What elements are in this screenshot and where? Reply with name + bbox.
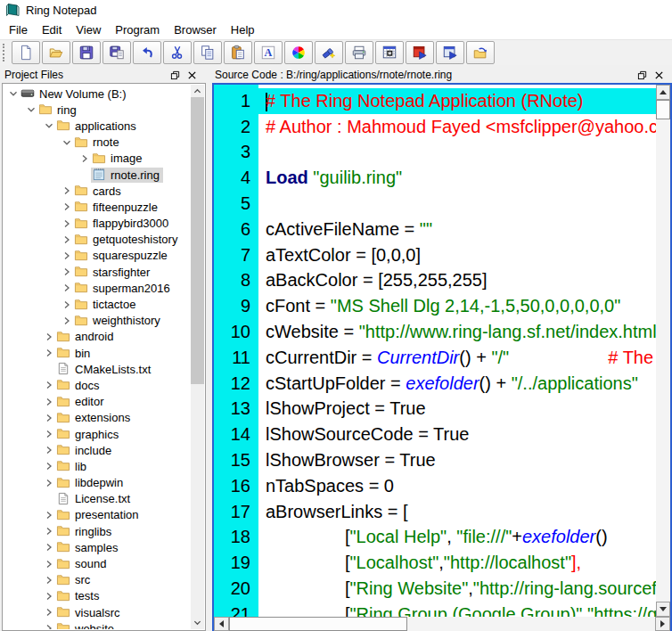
tree-item-rnote-ring[interactable]: rnote.ring — [4, 167, 191, 183]
scroll-up-icon[interactable] — [656, 85, 670, 100]
chevron-right-icon[interactable] — [42, 575, 55, 586]
tree-item-body[interactable]: New Volume (B:) — [20, 86, 130, 102]
chevron-right-icon[interactable] — [60, 234, 73, 245]
code-line-6[interactable]: 6cActiveFileName = "" — [214, 217, 656, 242]
code-text[interactable]: aBackColor = [255,255,255] — [258, 270, 488, 291]
tree-item-body[interactable]: tests — [55, 588, 102, 603]
tree-item-body[interactable]: samples — [55, 540, 121, 555]
undo-button[interactable] — [133, 41, 161, 64]
open-folder-button[interactable] — [466, 41, 495, 64]
tree-item-extensions[interactable]: extensions — [4, 410, 191, 426]
open-file-button[interactable] — [42, 41, 70, 64]
scroll-up-icon[interactable] — [191, 85, 204, 98]
tree-item-editor[interactable]: editor — [4, 394, 191, 410]
code-line-16[interactable]: 16nTabSpaces = 0 — [214, 473, 656, 499]
code-line-12[interactable]: 12cStartUpFolder = exefolder() + "/../ap… — [214, 371, 656, 397]
editor-vertical-scrollbar[interactable] — [656, 85, 670, 617]
tree-item-body[interactable]: src — [55, 572, 94, 587]
code-editor[interactable]: 1# The Ring Notepad Application (RNote)2… — [212, 83, 672, 631]
tree-item-body[interactable]: ringlibs — [55, 524, 115, 539]
chevron-down-icon[interactable] — [24, 104, 37, 115]
chevron-right-icon[interactable] — [42, 332, 55, 342]
code-text[interactable]: ["Local Help", "file:///"+exefolder() — [258, 527, 608, 547]
code-text[interactable]: cStartUpFolder = exefolder() + "/../appl… — [258, 373, 638, 394]
chevron-right-icon[interactable] — [42, 607, 55, 618]
tree-scrollbar-thumb[interactable] — [191, 97, 204, 384]
code-line-11[interactable]: 11cCurrentDir = CurrentDir() + "/" # The… — [214, 345, 656, 371]
font-button[interactable]: A — [254, 41, 283, 64]
tree-item-body[interactable]: ring — [37, 102, 80, 118]
tree-item-body[interactable]: superman2016 — [73, 281, 174, 296]
code-line-8[interactable]: 8aBackColor = [255,255,255] — [214, 268, 656, 294]
close-panel-icon[interactable] — [185, 69, 199, 81]
code-text[interactable]: # The Ring Notepad Application (RNote) — [258, 91, 584, 111]
close-panel-icon[interactable] — [652, 69, 666, 81]
editor-vscrollbar-thumb[interactable] — [656, 100, 670, 119]
tree-scrollbar[interactable] — [191, 85, 204, 629]
chevron-right-icon[interactable] — [42, 413, 55, 423]
tree-item-body[interactable]: extensions — [55, 410, 134, 425]
save-file-as-button[interactable] — [102, 41, 131, 64]
tree-item-rnote[interactable]: rnote — [4, 135, 191, 151]
chevron-right-icon[interactable] — [60, 283, 73, 293]
tree-item-body[interactable]: weighthistory — [73, 313, 164, 328]
chevron-right-icon[interactable] — [42, 445, 55, 455]
tree-item-body[interactable]: tictactoe — [73, 297, 139, 312]
chevron-right-icon[interactable] — [42, 397, 55, 407]
code-line-3[interactable]: 3 — [214, 140, 656, 166]
tree-item-docs[interactable]: docs — [4, 377, 191, 393]
tree-item-body[interactable]: sound — [55, 556, 110, 571]
code-line-2[interactable]: 2# Author : Mahmoud Fayed <msfclipper@ya… — [214, 114, 656, 140]
chevron-right-icon[interactable] — [42, 526, 55, 537]
editor-horizontal-scrollbar[interactable] — [214, 617, 670, 631]
code-text[interactable]: Load "guilib.ring" — [258, 168, 402, 188]
tree-item-body[interactable]: starsfighter — [73, 265, 153, 280]
tree-item-squarespuzzle[interactable]: squarespuzzle — [4, 248, 191, 264]
code-text[interactable]: aBrowserLinks = [ — [258, 502, 408, 522]
chevron-right-icon[interactable] — [42, 348, 55, 358]
code-text[interactable]: lShowBrowser = True — [258, 450, 436, 471]
save-file-button[interactable] — [72, 41, 101, 64]
tree-item-starsfighter[interactable]: starsfighter — [4, 264, 191, 280]
tree-item-website[interactable]: website — [4, 620, 191, 629]
tree-item-body[interactable]: lib — [55, 459, 90, 474]
chevron-right-icon[interactable] — [42, 510, 55, 520]
menu-file[interactable]: File — [2, 21, 35, 38]
scroll-left-icon[interactable] — [214, 617, 229, 631]
tree-item-body[interactable]: visualsrc — [55, 605, 124, 620]
tree-item-weighthistory[interactable]: weighthistory — [4, 313, 191, 329]
tree-item-libdepwin[interactable]: libdepwin — [4, 475, 191, 491]
chevron-right-icon[interactable] — [60, 218, 73, 229]
code-line-9[interactable]: 9cFont = "MS Shell Dlg 2,14,-1,5,50,0,0,… — [214, 293, 656, 319]
code-text[interactable]: cWebsite = "http://www.ring-lang.sf.net/… — [258, 322, 656, 342]
code-line-7[interactable]: 7aTextColor = [0,0,0] — [214, 242, 656, 268]
tree-item-cards[interactable]: cards — [4, 183, 191, 199]
cut-button[interactable] — [163, 41, 192, 64]
code-text[interactable]: nTabSpaces = 0 — [258, 476, 394, 496]
code-line-14[interactable]: 14lShowSourceCode = True — [214, 422, 656, 447]
menu-edit[interactable]: Edit — [35, 21, 69, 38]
tree-item-body[interactable]: fifteenpuzzle — [73, 200, 161, 215]
tree-item-sound[interactable]: sound — [4, 555, 191, 571]
chevron-right-icon[interactable] — [60, 201, 73, 212]
tree-item-samples[interactable]: samples — [4, 539, 191, 555]
tree-item-body[interactable]: flappybird3000 — [73, 216, 172, 231]
tree-item-body[interactable]: squarespuzzle — [73, 248, 171, 263]
tree-item-bin[interactable]: bin — [4, 345, 191, 361]
chevron-right-icon[interactable] — [42, 591, 55, 602]
tree-item-body[interactable]: android — [55, 329, 117, 344]
tree-item-body[interactable]: getquoteshistory — [73, 232, 181, 247]
chevron-right-icon[interactable] — [60, 299, 73, 310]
colors-button[interactable] — [284, 41, 313, 64]
tree-item-tictactoe[interactable]: tictactoe — [4, 296, 191, 312]
tree-item-lib[interactable]: lib — [4, 458, 191, 474]
editor-hscrollbar-thumb[interactable] — [229, 617, 407, 631]
tree-item-graphics[interactable]: graphics — [4, 426, 191, 442]
find-button[interactable] — [315, 41, 343, 64]
tree-item-body[interactable]: bin — [55, 346, 94, 361]
tree-item-body[interactable]: editor — [55, 394, 108, 409]
code-line-15[interactable]: 15lShowBrowser = True — [214, 447, 656, 473]
code-text[interactable]: # Author : Mahmoud Fayed <msfclipper@yah… — [258, 117, 656, 137]
code-line-4[interactable]: 4Load "guilib.ring" — [214, 165, 656, 191]
code-text[interactable]: lShowProject = True — [258, 398, 426, 419]
